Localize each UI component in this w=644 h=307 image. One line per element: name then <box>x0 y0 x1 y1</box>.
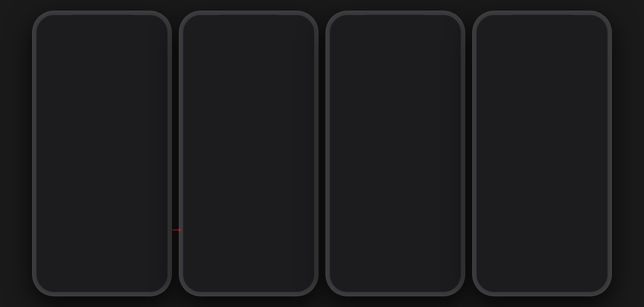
tab-musica-1[interactable]: ♪ Música <box>37 264 61 280</box>
signal-icon-4: ▌▌▌ <box>568 22 578 27</box>
small-fry-title: Small Fry <box>509 68 538 76</box>
comprado-item[interactable]: 📥 Comprado › <box>183 73 314 97</box>
status-icons-3: ▌▌▌ WiFi 🔋 <box>421 22 452 28</box>
album-thumb-2 <box>76 123 108 154</box>
hero-banner[interactable]: Masterizado para iTunes MACACO CIVILIZAD… <box>36 46 168 108</box>
album-4[interactable]: Home... Paulo... <box>146 123 168 170</box>
tab-musica-2[interactable]: ♪ Música <box>184 264 208 280</box>
tab-mas-3[interactable]: ••• Más <box>436 264 460 280</box>
novedades-header: Novedades Ver todo > <box>36 108 168 121</box>
tab-mas-2[interactable]: ••• Más <box>289 264 314 280</box>
edit-button-2[interactable]: Editar <box>290 33 307 41</box>
tab-tonos-label-1: Tonos <box>123 276 134 280</box>
nav-bar-3: ‹ Comprado <box>330 31 461 44</box>
album-artist-2: Dani Fernández <box>76 161 108 165</box>
semana-see-all[interactable]: Ver todo > <box>138 214 162 221</box>
week-price-2[interactable]: 0,99 € <box>145 252 162 255</box>
time-2: 0:31 <box>192 21 203 28</box>
marc-label: Marc <box>356 194 445 202</box>
descargas-item[interactable]: ⬇ Descargas › <box>183 97 314 120</box>
fran-label: Fran <box>356 123 445 131</box>
comprado-icon: 📥 <box>190 78 203 91</box>
mis-compras-header: MIS COMPRAS <box>330 44 461 54</box>
vacaciones-item[interactable]: Vacaciones en Hawai › <box>476 101 608 139</box>
status-icons-2: ▌▌▌ WiFi 🔋 <box>275 22 305 28</box>
tab-buscar-label-2: Buscar <box>242 276 255 280</box>
descargas-chevron: › <box>305 105 307 112</box>
tab-musica-label-2: Música <box>190 275 203 280</box>
generos-tab[interactable]: Géneros <box>43 34 69 41</box>
jose-maria-label: JOSE MARIA <box>356 147 445 155</box>
jose-maria-item[interactable]: JP JOSE MARIA › <box>330 139 461 163</box>
nav-bar-4: ‹ JOSE MARIA Películas <box>476 31 608 44</box>
descargas-icon: ⬇ <box>190 102 203 115</box>
small-fry-item[interactable]: Small Fry › <box>476 53 608 91</box>
tab-peliculas-1[interactable]: 🎬 Películas <box>64 264 88 280</box>
back-button-4[interactable]: ‹ JOSE MARIA <box>483 33 522 41</box>
music-purchase-icon: ♪ <box>337 64 341 74</box>
virginia-item[interactable]: 👤 Virginia › <box>330 210 461 234</box>
letter-v: V <box>476 91 608 101</box>
fran-item[interactable]: FB Fran › <box>330 115 461 139</box>
film-purchase-icon: ▦ <box>337 85 344 95</box>
hero-title: MACACO <box>40 58 92 70</box>
tab-musica-3[interactable]: ♪ Música <box>330 264 355 280</box>
tab-buscar-3[interactable]: 🔍 Buscar <box>383 264 407 280</box>
week-item-1[interactable]: Cross Me (feat. Cha... Ed Sheeran · No.6… <box>36 225 168 246</box>
letter-s: S <box>476 44 608 53</box>
tab-tonos-label-3: Tonos <box>416 276 427 280</box>
tab-mas-4[interactable]: ••• Más <box>583 264 607 280</box>
tab-mas-1[interactable]: ••• Más <box>143 264 167 280</box>
wifi-icon-4: WiFi <box>580 22 591 27</box>
album-1[interactable]: Civilizado Como los Animales Macaco <box>42 123 73 170</box>
menu-icon[interactable]: ≡ <box>157 33 161 41</box>
destacado-tab[interactable]: Destacado <box>69 33 106 42</box>
tab-bar-3: ♪ Música 🎬 Películas 🔍 Buscar 🔔 Tonos ••… <box>330 260 461 292</box>
tab-tonos-3[interactable]: 🔔 Tonos <box>410 264 434 280</box>
musica-purchase-chevron: › <box>452 66 454 73</box>
promo-card-1[interactable]: ♪ MUSIC 50 millones de canciones. <box>42 175 100 207</box>
marc-item[interactable]: MB Marc › <box>330 187 461 210</box>
fran-chevron: › <box>452 124 454 131</box>
genius-label: Genius <box>209 57 299 65</box>
tab-buscar-2[interactable]: 🔍 Buscar <box>237 264 261 280</box>
film-icon-2: 🎬 <box>217 264 228 275</box>
status-bar-2: 0:31 ▌▌▌ WiFi 🔋 <box>183 15 314 31</box>
exitos-tab[interactable]: Éxitos <box>105 33 130 42</box>
week-item-2[interactable]: Lo Quiero Todo Macaco · Civilizado Co...… <box>36 246 168 255</box>
musica-purchase-item[interactable]: ♪ Música › <box>330 59 461 80</box>
signal-icon-3: ▌▌▌ <box>421 22 432 27</box>
novedades-see-all[interactable]: Ver todo > <box>138 113 162 119</box>
tab-peliculas-4[interactable]: 🎬 Películas <box>504 264 528 280</box>
album-2[interactable]: Incendios Dani Fernández <box>76 123 108 170</box>
signal-icon: ▌▌▌ <box>128 22 138 27</box>
genius-icon: ⚙ <box>190 55 203 67</box>
week-price-1[interactable]: 1,29 € <box>145 231 162 239</box>
peliculas-purchase-item[interactable]: ▦ Películas › <box>330 80 461 100</box>
album-3[interactable]: 11:11 Maluma <box>111 123 143 170</box>
jose-maria-chevron: › <box>452 147 454 154</box>
more-icon-1: ••• <box>150 264 159 274</box>
tab-tonos-label-2: Tonos <box>270 276 280 280</box>
tab-tonos-2[interactable]: 🔔 Tonos <box>263 264 287 280</box>
week-song-2: Lo Quiero Todo <box>62 251 142 255</box>
manuel-item[interactable]: 👤 Manuel › <box>330 163 461 187</box>
week-song-1: Cross Me (feat. Cha... <box>62 230 142 235</box>
tab-tonos-1[interactable]: 🔔 Tonos <box>116 264 140 280</box>
tab-musica-4[interactable]: ♪ Música <box>477 264 501 280</box>
genius-item[interactable]: ⚙ Genius › <box>183 49 314 73</box>
tab-tonos-4[interactable]: 🔔 Tonos <box>556 264 580 280</box>
back-label-4: JOSE MARIA <box>487 34 522 40</box>
tab-buscar-1[interactable]: 🔍 Buscar <box>90 264 114 280</box>
bell-icon-2: 🔔 <box>269 264 280 275</box>
album-name-4: Home... <box>146 156 168 161</box>
music-icon-2: ♪ <box>194 264 198 274</box>
promo-card-2[interactable]: Pruébalo gratis <box>103 175 162 207</box>
tab-peliculas-3[interactable]: 🎬 Películas <box>357 264 381 280</box>
promo-text-2: Pruébalo gratis <box>108 196 157 202</box>
tab-buscar-4[interactable]: 🔍 Buscar <box>530 264 554 280</box>
promo-row: ♪ MUSIC 50 millones de canciones. Pruéba… <box>36 172 168 210</box>
tab-peliculas-label-2: Películas <box>214 276 231 280</box>
music-icon-3: ♪ <box>340 264 345 274</box>
tab-peliculas-2[interactable]: 🎬 Películas <box>210 264 234 280</box>
